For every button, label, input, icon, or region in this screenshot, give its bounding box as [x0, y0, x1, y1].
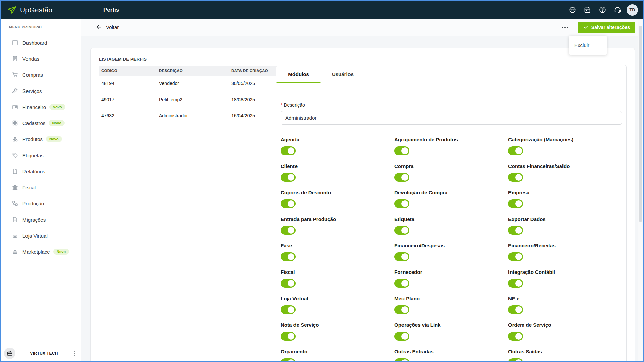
sidebar-item-compras[interactable]: Compras — [1, 67, 81, 83]
toggle-meu-plano[interactable] — [394, 305, 409, 314]
sidebar-item-produtos[interactable]: ProdutosNovo — [1, 131, 81, 147]
cell-codigo: 48194 — [99, 76, 156, 92]
toggle-outras-entradas[interactable] — [394, 358, 409, 362]
toggle-cliente[interactable] — [281, 173, 296, 182]
module-agrupamento-de-produtos: Agrupamento de Produtos — [394, 137, 508, 163]
toolbar: Voltar Salvar alterações — [81, 19, 638, 36]
module-label: Contas Financeiras/Saldo — [508, 163, 622, 169]
brand-logo[interactable]: UpGestão — [1, 1, 81, 19]
marketplace-icon — [12, 248, 18, 255]
app-window: UpGestão Perfis — [0, 0, 644, 362]
module-label: Financeiro/Despesas — [394, 243, 508, 249]
cell-descricao: Vendedor — [156, 76, 229, 92]
toggle-agrupamento-de-produtos[interactable] — [394, 146, 409, 155]
toggle-fiscal[interactable] — [281, 279, 296, 288]
toggle-compra[interactable] — [394, 173, 409, 182]
toggle-integracao-contabil[interactable] — [508, 279, 523, 288]
menu-item-excluir[interactable]: Excluir — [569, 36, 607, 55]
detail-tabs: MódulosUsuários — [276, 65, 626, 83]
sidebar-item-cadastros[interactable]: CadastrosNovo — [1, 115, 81, 131]
toggle-empresa[interactable] — [508, 199, 523, 208]
company-menu-button[interactable] — [72, 349, 77, 358]
toggle-fase[interactable] — [281, 252, 296, 261]
toggle-loja-virtual[interactable] — [281, 305, 296, 314]
toggle-contas-financeiras-saldo[interactable] — [508, 173, 523, 182]
toggle-devolucao-de-compra[interactable] — [394, 199, 409, 208]
module-cliente: Cliente — [281, 163, 394, 190]
sidebar-section-label: MENU PRINCIPAL — [9, 25, 81, 29]
sidebar-footer: VIRTUX TECH — [1, 345, 81, 361]
toggle-etiqueta[interactable] — [394, 226, 409, 235]
sidebar-item-label: Fiscal — [22, 185, 36, 190]
toggle-nf-e[interactable] — [508, 305, 523, 314]
module-cupons-de-desconto: Cupons de Desconto — [281, 190, 394, 216]
profile-row-49017[interactable]: 49017Pefil_emp218/08/2025 — [99, 92, 282, 108]
toggle-categorizacao-marcacoes[interactable] — [508, 146, 523, 155]
globe-icon[interactable] — [566, 4, 578, 16]
headset-icon[interactable] — [611, 4, 624, 16]
toggle-operacoes-via-link[interactable] — [394, 332, 409, 341]
profile-row-48194[interactable]: 48194Vendedor30/05/2025 — [99, 76, 282, 92]
novo-badge: Novo — [46, 136, 62, 142]
etiquetas-icon — [12, 152, 18, 159]
save-button[interactable]: Salvar alterações — [578, 22, 635, 33]
back-button[interactable]: Voltar — [93, 23, 121, 31]
sidebar-item-financeiro[interactable]: FinanceiroNovo — [1, 99, 81, 115]
toggle-cupons-de-desconto[interactable] — [281, 199, 296, 208]
module-label: Cliente — [281, 163, 394, 169]
sidebar-item-label: Relatórios — [22, 169, 45, 174]
sidebar-item-vendas[interactable]: Vendas — [1, 51, 81, 67]
column-header-codigo: CÓDIGO — [99, 66, 156, 76]
description-input[interactable] — [281, 111, 622, 125]
help-icon[interactable] — [596, 4, 608, 16]
sidebar-item-label: Serviços — [22, 88, 42, 94]
toggle-fornecedor[interactable] — [394, 279, 409, 288]
module-financeiro-despesas: Financeiro/Despesas — [394, 243, 508, 269]
sidebar-menu: Dashboard Vendas Compras Serviços Financ… — [1, 35, 81, 260]
sidebar-item-marketplace[interactable]: MarketplaceNovo — [1, 244, 81, 260]
toggle-exportar-dados[interactable] — [508, 226, 523, 235]
module-label: Etiqueta — [394, 216, 508, 222]
sidebar-item-relatorios[interactable]: Relatórios — [1, 163, 81, 179]
module-label: Compra — [394, 163, 508, 169]
scrollbar-thumb[interactable] — [639, 26, 642, 222]
sidebar-item-loja-virtual[interactable]: Loja Virtual — [1, 228, 81, 244]
user-avatar[interactable]: TD — [627, 4, 638, 16]
profile-detail-panel: MódulosUsuários *Descrição AgendaAgrupam… — [276, 65, 627, 362]
novo-badge: Novo — [53, 249, 69, 255]
vertical-scrollbar[interactable] — [638, 19, 643, 361]
module-label: Exportar Dados — [508, 216, 622, 222]
sidebar-item-fiscal[interactable]: Fiscal — [1, 179, 81, 195]
sidebar-item-etiquetas[interactable]: Etiquetas — [1, 147, 81, 163]
financeiro-icon — [12, 104, 18, 110]
toggle-financeiro-receitas[interactable] — [508, 252, 523, 261]
toggle-entrada-para-producao[interactable] — [281, 226, 296, 235]
sidebar-item-migracoes[interactable]: Migrações — [1, 212, 81, 228]
migracoes-icon — [12, 216, 18, 223]
calendar-icon[interactable] — [581, 4, 593, 16]
module-label: Orçamento — [281, 349, 394, 355]
toggle-orcamento[interactable] — [281, 358, 296, 362]
more-actions-button[interactable] — [560, 24, 570, 31]
vendas-icon — [12, 55, 18, 62]
toggle-ordem-de-servico[interactable] — [508, 332, 523, 341]
module-meu-plano: Meu Plano — [394, 296, 508, 322]
toggle-financeiro-despesas[interactable] — [394, 252, 409, 261]
cell-descricao: Pefil_emp2 — [156, 92, 229, 108]
module-label: Entrada para Produção — [281, 216, 394, 222]
toggle-outras-saidas[interactable] — [508, 358, 523, 362]
briefcase-icon[interactable] — [4, 348, 15, 359]
sidebar-item-producao[interactable]: Produção — [1, 195, 81, 212]
toggle-agenda[interactable] — [281, 146, 296, 155]
toggle-nota-de-servico[interactable] — [281, 332, 296, 341]
tab-usuarios[interactable]: Usuários — [321, 65, 365, 83]
menu-toggle-button[interactable] — [90, 6, 99, 14]
module-financeiro-receitas: Financeiro/Receitas — [508, 243, 622, 269]
tab-modulos[interactable]: Módulos — [276, 65, 321, 83]
module-label: Cupons de Desconto — [281, 190, 394, 196]
module-loja-virtual: Loja Virtual — [281, 296, 394, 322]
sidebar-item-servicos[interactable]: Serviços — [1, 83, 81, 99]
sidebar-item-dashboard[interactable]: Dashboard — [1, 35, 81, 51]
profile-row-47632[interactable]: 47632Administrador16/04/2025 — [99, 108, 282, 124]
servicos-icon — [12, 87, 18, 94]
